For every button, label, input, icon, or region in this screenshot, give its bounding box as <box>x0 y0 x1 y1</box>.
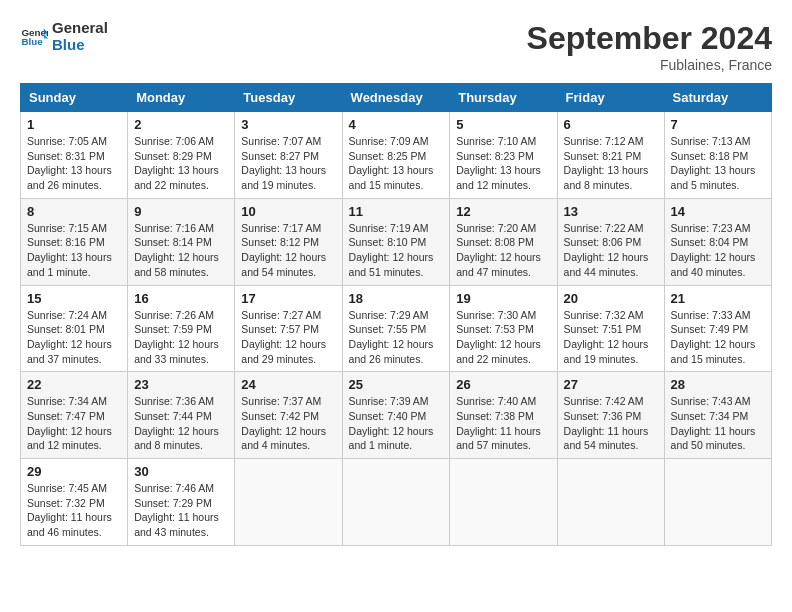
calendar-cell: 5Sunrise: 7:10 AM Sunset: 8:23 PM Daylig… <box>450 112 557 199</box>
day-number: 19 <box>456 291 550 306</box>
day-number: 15 <box>27 291 121 306</box>
calendar-cell: 11Sunrise: 7:19 AM Sunset: 8:10 PM Dayli… <box>342 198 450 285</box>
logo-blue: Blue <box>52 37 108 54</box>
calendar-cell <box>450 459 557 546</box>
day-info: Sunrise: 7:07 AM Sunset: 8:27 PM Dayligh… <box>241 134 335 193</box>
column-header-tuesday: Tuesday <box>235 84 342 112</box>
svg-text:Blue: Blue <box>21 36 43 47</box>
day-info: Sunrise: 7:40 AM Sunset: 7:38 PM Dayligh… <box>456 394 550 453</box>
day-number: 8 <box>27 204 121 219</box>
day-number: 1 <box>27 117 121 132</box>
day-number: 16 <box>134 291 228 306</box>
day-info: Sunrise: 7:43 AM Sunset: 7:34 PM Dayligh… <box>671 394 765 453</box>
day-number: 29 <box>27 464 121 479</box>
calendar-cell: 4Sunrise: 7:09 AM Sunset: 8:25 PM Daylig… <box>342 112 450 199</box>
calendar-cell <box>235 459 342 546</box>
day-number: 21 <box>671 291 765 306</box>
calendar-week-1: 1Sunrise: 7:05 AM Sunset: 8:31 PM Daylig… <box>21 112 772 199</box>
column-header-wednesday: Wednesday <box>342 84 450 112</box>
calendar-week-2: 8Sunrise: 7:15 AM Sunset: 8:16 PM Daylig… <box>21 198 772 285</box>
day-number: 12 <box>456 204 550 219</box>
logo-icon: General Blue <box>20 23 48 51</box>
day-number: 10 <box>241 204 335 219</box>
day-info: Sunrise: 7:29 AM Sunset: 7:55 PM Dayligh… <box>349 308 444 367</box>
day-number: 6 <box>564 117 658 132</box>
calendar-cell: 6Sunrise: 7:12 AM Sunset: 8:21 PM Daylig… <box>557 112 664 199</box>
calendar-week-3: 15Sunrise: 7:24 AM Sunset: 8:01 PM Dayli… <box>21 285 772 372</box>
day-info: Sunrise: 7:10 AM Sunset: 8:23 PM Dayligh… <box>456 134 550 193</box>
day-info: Sunrise: 7:27 AM Sunset: 7:57 PM Dayligh… <box>241 308 335 367</box>
day-info: Sunrise: 7:12 AM Sunset: 8:21 PM Dayligh… <box>564 134 658 193</box>
calendar-week-5: 29Sunrise: 7:45 AM Sunset: 7:32 PM Dayli… <box>21 459 772 546</box>
day-number: 9 <box>134 204 228 219</box>
calendar-cell: 16Sunrise: 7:26 AM Sunset: 7:59 PM Dayli… <box>128 285 235 372</box>
day-info: Sunrise: 7:09 AM Sunset: 8:25 PM Dayligh… <box>349 134 444 193</box>
header-row: SundayMondayTuesdayWednesdayThursdayFrid… <box>21 84 772 112</box>
calendar-cell: 2Sunrise: 7:06 AM Sunset: 8:29 PM Daylig… <box>128 112 235 199</box>
calendar-table: SundayMondayTuesdayWednesdayThursdayFrid… <box>20 83 772 546</box>
calendar-cell: 26Sunrise: 7:40 AM Sunset: 7:38 PM Dayli… <box>450 372 557 459</box>
day-info: Sunrise: 7:16 AM Sunset: 8:14 PM Dayligh… <box>134 221 228 280</box>
calendar-cell: 9Sunrise: 7:16 AM Sunset: 8:14 PM Daylig… <box>128 198 235 285</box>
calendar-cell: 8Sunrise: 7:15 AM Sunset: 8:16 PM Daylig… <box>21 198 128 285</box>
calendar-cell: 30Sunrise: 7:46 AM Sunset: 7:29 PM Dayli… <box>128 459 235 546</box>
calendar-cell: 19Sunrise: 7:30 AM Sunset: 7:53 PM Dayli… <box>450 285 557 372</box>
header: General Blue General Blue September 2024… <box>20 20 772 73</box>
calendar-cell: 10Sunrise: 7:17 AM Sunset: 8:12 PM Dayli… <box>235 198 342 285</box>
title-area: September 2024 Fublaines, France <box>527 20 772 73</box>
logo: General Blue General Blue <box>20 20 108 53</box>
day-number: 4 <box>349 117 444 132</box>
day-info: Sunrise: 7:22 AM Sunset: 8:06 PM Dayligh… <box>564 221 658 280</box>
day-number: 24 <box>241 377 335 392</box>
calendar-cell: 20Sunrise: 7:32 AM Sunset: 7:51 PM Dayli… <box>557 285 664 372</box>
day-number: 28 <box>671 377 765 392</box>
day-info: Sunrise: 7:20 AM Sunset: 8:08 PM Dayligh… <box>456 221 550 280</box>
day-number: 23 <box>134 377 228 392</box>
day-number: 13 <box>564 204 658 219</box>
calendar-cell: 22Sunrise: 7:34 AM Sunset: 7:47 PM Dayli… <box>21 372 128 459</box>
day-info: Sunrise: 7:46 AM Sunset: 7:29 PM Dayligh… <box>134 481 228 540</box>
day-info: Sunrise: 7:24 AM Sunset: 8:01 PM Dayligh… <box>27 308 121 367</box>
day-number: 3 <box>241 117 335 132</box>
day-number: 22 <box>27 377 121 392</box>
day-number: 18 <box>349 291 444 306</box>
calendar-cell <box>342 459 450 546</box>
calendar-title: September 2024 <box>527 20 772 57</box>
day-number: 27 <box>564 377 658 392</box>
calendar-cell: 13Sunrise: 7:22 AM Sunset: 8:06 PM Dayli… <box>557 198 664 285</box>
calendar-cell: 29Sunrise: 7:45 AM Sunset: 7:32 PM Dayli… <box>21 459 128 546</box>
calendar-cell: 7Sunrise: 7:13 AM Sunset: 8:18 PM Daylig… <box>664 112 771 199</box>
day-info: Sunrise: 7:23 AM Sunset: 8:04 PM Dayligh… <box>671 221 765 280</box>
calendar-cell: 1Sunrise: 7:05 AM Sunset: 8:31 PM Daylig… <box>21 112 128 199</box>
calendar-cell: 17Sunrise: 7:27 AM Sunset: 7:57 PM Dayli… <box>235 285 342 372</box>
calendar-cell: 18Sunrise: 7:29 AM Sunset: 7:55 PM Dayli… <box>342 285 450 372</box>
day-number: 30 <box>134 464 228 479</box>
day-info: Sunrise: 7:39 AM Sunset: 7:40 PM Dayligh… <box>349 394 444 453</box>
day-number: 2 <box>134 117 228 132</box>
day-number: 25 <box>349 377 444 392</box>
calendar-cell: 21Sunrise: 7:33 AM Sunset: 7:49 PM Dayli… <box>664 285 771 372</box>
day-info: Sunrise: 7:42 AM Sunset: 7:36 PM Dayligh… <box>564 394 658 453</box>
calendar-cell: 15Sunrise: 7:24 AM Sunset: 8:01 PM Dayli… <box>21 285 128 372</box>
calendar-cell: 12Sunrise: 7:20 AM Sunset: 8:08 PM Dayli… <box>450 198 557 285</box>
day-info: Sunrise: 7:33 AM Sunset: 7:49 PM Dayligh… <box>671 308 765 367</box>
day-info: Sunrise: 7:06 AM Sunset: 8:29 PM Dayligh… <box>134 134 228 193</box>
calendar-cell: 27Sunrise: 7:42 AM Sunset: 7:36 PM Dayli… <box>557 372 664 459</box>
column-header-friday: Friday <box>557 84 664 112</box>
day-info: Sunrise: 7:26 AM Sunset: 7:59 PM Dayligh… <box>134 308 228 367</box>
calendar-cell: 3Sunrise: 7:07 AM Sunset: 8:27 PM Daylig… <box>235 112 342 199</box>
day-number: 17 <box>241 291 335 306</box>
day-number: 11 <box>349 204 444 219</box>
calendar-cell <box>664 459 771 546</box>
day-number: 26 <box>456 377 550 392</box>
calendar-cell <box>557 459 664 546</box>
calendar-cell: 28Sunrise: 7:43 AM Sunset: 7:34 PM Dayli… <box>664 372 771 459</box>
day-info: Sunrise: 7:36 AM Sunset: 7:44 PM Dayligh… <box>134 394 228 453</box>
column-header-sunday: Sunday <box>21 84 128 112</box>
day-info: Sunrise: 7:45 AM Sunset: 7:32 PM Dayligh… <box>27 481 121 540</box>
day-info: Sunrise: 7:34 AM Sunset: 7:47 PM Dayligh… <box>27 394 121 453</box>
calendar-cell: 24Sunrise: 7:37 AM Sunset: 7:42 PM Dayli… <box>235 372 342 459</box>
day-info: Sunrise: 7:37 AM Sunset: 7:42 PM Dayligh… <box>241 394 335 453</box>
calendar-week-4: 22Sunrise: 7:34 AM Sunset: 7:47 PM Dayli… <box>21 372 772 459</box>
day-info: Sunrise: 7:32 AM Sunset: 7:51 PM Dayligh… <box>564 308 658 367</box>
